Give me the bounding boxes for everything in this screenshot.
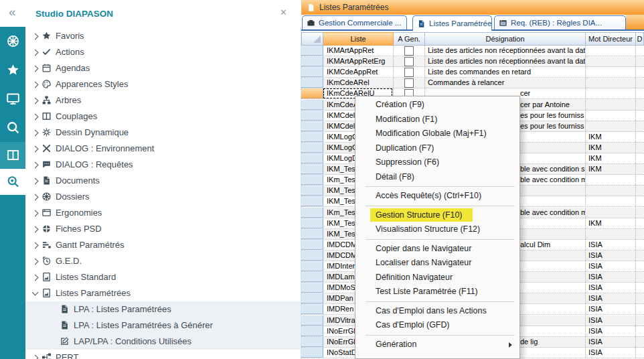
chevron-right-icon[interactable] (32, 130, 39, 137)
column-header-A Gen.[interactable]: A Gen. (394, 32, 425, 46)
tab-listes-param-tr-es[interactable]: Listes Paramétrées (412, 15, 492, 31)
row-selector[interactable] (301, 218, 323, 228)
menu-item-cas-d-emploi-gfd[interactable]: Cas d'Emploi (GFD) (355, 318, 519, 333)
row-selector[interactable] (301, 315, 323, 326)
close-panel-icon[interactable]: ✕ (280, 7, 287, 17)
row-selector[interactable] (301, 208, 323, 218)
tree-item[interactable]: Gantt Paramétrés (25, 237, 301, 253)
row-selector[interactable] (301, 293, 323, 303)
collapse-sidebar-icon[interactable]: « (9, 5, 16, 19)
chevron-down-icon[interactable] (32, 289, 39, 296)
row-selector[interactable] (301, 111, 323, 121)
chevron-right-icon[interactable] (32, 114, 39, 121)
chevron-right-icon[interactable] (32, 259, 39, 265)
row-selector[interactable] (301, 186, 323, 196)
chevron-right-icon[interactable] (32, 82, 39, 88)
agen-checkbox[interactable] (404, 68, 414, 77)
chevron-right-icon[interactable] (32, 33, 39, 40)
row-selector[interactable] (301, 304, 323, 314)
tree-item[interactable]: Arbres (25, 92, 301, 109)
chevron-right-icon[interactable] (32, 50, 39, 56)
agen-checkbox[interactable] (404, 57, 414, 66)
chevron-right-icon[interactable] (32, 98, 39, 104)
row-selector[interactable] (301, 283, 323, 293)
rail-tile-wheel-icon[interactable] (0, 28, 25, 54)
menu-item-localiser-dans-navigateur[interactable]: Localiser dans Navigateur (355, 256, 519, 271)
rail-tile-search-icon[interactable] (0, 115, 25, 141)
row-selector[interactable] (301, 56, 323, 66)
tree-item[interactable]: Couplages (25, 109, 301, 125)
row-selector[interactable] (301, 250, 323, 261)
menu-item-modification-f1[interactable]: Modification (F1) (355, 113, 519, 127)
tree-item[interactable]: PERT (25, 350, 301, 359)
row-selector[interactable] (301, 164, 323, 174)
menu-item-g-n-ration[interactable]: Génération (355, 338, 519, 352)
menu-item-modification-globale-maj-f1[interactable]: Modification Globale (Maj+F1) (355, 127, 519, 141)
row-selector[interactable] (301, 100, 323, 110)
row-selector[interactable] (301, 348, 323, 358)
tree-item[interactable]: Listes Paramétrées (25, 285, 301, 301)
rail-tile-pin-search-icon[interactable] (0, 169, 25, 195)
row-selector[interactable] (301, 175, 323, 185)
agen-checkbox[interactable] (404, 46, 414, 56)
chevron-right-icon[interactable] (32, 194, 39, 201)
tree-child-item[interactable]: LAP/LPA : Conditions Utilisées (25, 334, 301, 350)
tree-item[interactable]: Dessin Dynamique (25, 125, 301, 141)
row-selector[interactable] (301, 196, 323, 206)
row-selector[interactable] (301, 88, 323, 98)
tree-item[interactable]: Agendas (25, 60, 301, 76)
chevron-right-icon[interactable] (32, 275, 39, 281)
row-selector[interactable] (301, 240, 323, 250)
row-selector[interactable] (301, 261, 323, 271)
rail-tile-panels-icon[interactable] (0, 142, 25, 168)
menu-item-duplication-f7[interactable]: Duplication (F7) (355, 141, 519, 156)
chevron-right-icon[interactable] (32, 178, 39, 185)
table-row[interactable]: IKMArtAppRetListe des articles non récep… (301, 46, 644, 56)
row-selector[interactable] (301, 121, 323, 131)
tree-item[interactable]: Actions (25, 44, 301, 60)
menu-item-test-liste-param-tr-e-f11[interactable]: Test Liste Paramétrée (F11) (355, 285, 519, 299)
tree-item[interactable]: Ergonomies (25, 205, 301, 221)
tree-item[interactable]: Documents (25, 173, 301, 189)
chevron-right-icon[interactable] (32, 162, 39, 169)
menu-item-acc-s-requ-te-s-ctrl-f10[interactable]: Accès Requête(s) (Ctrl+F10) (355, 189, 519, 204)
row-selector[interactable] (301, 143, 323, 153)
chevron-right-icon[interactable] (32, 226, 39, 233)
menu-item-cas-d-emploi-dans-les-actions[interactable]: Cas d'Emploi dans les Actions (355, 304, 519, 319)
row-selector[interactable] (301, 132, 323, 142)
tree-child-item[interactable]: LPA : Listes Paramétrées à Générer (25, 317, 301, 334)
rail-tile-star-icon[interactable] (0, 57, 25, 83)
menu-item-gestion-structure-f10[interactable]: Gestion Structure (F10) (355, 208, 519, 223)
tree-item[interactable]: Favoris (25, 28, 301, 44)
tree-item[interactable]: Apparences Styles (25, 76, 301, 92)
tree-item[interactable]: G.E.D. (25, 253, 301, 269)
row-selector[interactable] (301, 78, 323, 88)
menu-item-d-tail-f8[interactable]: Détail (F8) (355, 170, 519, 185)
menu-item-copier-dans-le-navigateur[interactable]: Copier dans le Navigateur (355, 242, 519, 257)
row-selector[interactable] (301, 153, 323, 163)
tree-item[interactable]: DIALOG : Requêtes (25, 157, 301, 173)
chevron-right-icon[interactable] (32, 355, 39, 359)
tree-item[interactable]: DIALOG : Environnement (25, 141, 301, 157)
chevron-right-icon[interactable] (32, 146, 39, 153)
row-selector[interactable] (301, 326, 323, 336)
chevron-right-icon[interactable] (32, 210, 39, 217)
menu-item-cr-ation-f9[interactable]: Création (F9) (355, 98, 519, 113)
table-row[interactable]: IKMCdeAppRetListe des commandes en retar… (301, 67, 644, 78)
table-row[interactable]: IKmCdeARelCommandes à relancer (301, 78, 644, 88)
rail-tile-monitor-icon[interactable] (0, 86, 25, 112)
table-row[interactable]: IKMArtAppRetErgListe des articles non ré… (301, 56, 644, 67)
column-header-Désignation[interactable]: Désignation (425, 32, 586, 46)
tab-gestion-commerciale[interactable]: Gestion Commerciale ... (302, 15, 407, 29)
row-selector[interactable] (301, 67, 323, 77)
menu-item-visualisation-structure-f12[interactable]: Visualisation Structure (F12) (355, 222, 519, 237)
menu-item-suppression-f6[interactable]: Suppression (F6) (355, 155, 519, 170)
tree-item[interactable]: Dossiers (25, 189, 301, 205)
agen-checkbox[interactable] (404, 78, 414, 88)
tree-item[interactable]: Fiches PSD (25, 221, 301, 237)
column-header-D[interactable]: D (636, 32, 644, 46)
row-selector[interactable] (301, 229, 323, 239)
column-header-Mot Directeur[interactable]: Mot Directeur (586, 32, 636, 46)
tree-child-item[interactable]: LPA : Listes Paramétrées (25, 301, 301, 317)
row-selector[interactable] (301, 337, 323, 347)
